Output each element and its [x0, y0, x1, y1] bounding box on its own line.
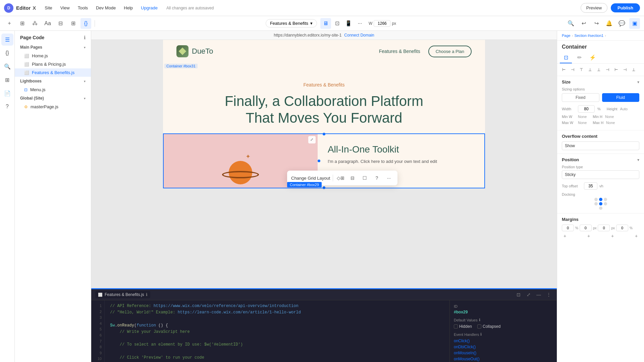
media-icon[interactable]: 📄 [1, 87, 13, 99]
align-right-icon[interactable]: ⊤ [577, 66, 585, 74]
file-master[interactable]: ⚙ masterPage.js [15, 103, 91, 111]
more-device-btn[interactable]: ··· [355, 18, 365, 29]
onmousein-handler[interactable]: onMouseIn() [454, 351, 553, 355]
position-type-select[interactable]: Sticky Fixed Relative [562, 170, 639, 179]
align-left-icon[interactable]: ⊢ [560, 66, 568, 74]
fixed-btn[interactable]: Fixed [562, 93, 599, 102]
table-icon[interactable]: ⊞ [68, 18, 78, 29]
tab-lightning[interactable]: ⚡ [587, 52, 599, 63]
redo-icon[interactable]: ↪ [591, 18, 602, 29]
layers-icon[interactable]: ⊞ [17, 18, 28, 29]
code-external-icon[interactable]: ⤢ [525, 291, 533, 299]
comment-icon[interactable]: 💬 [616, 18, 627, 29]
nav-devmode[interactable]: Dev Mode [93, 4, 119, 12]
border-handle-bottom[interactable] [323, 186, 325, 189]
size-arrow[interactable]: ▾ [637, 80, 639, 84]
onmouseout-handler[interactable]: onMouseOut() [454, 357, 553, 361]
nav-upgrade[interactable]: Upgrade [138, 4, 161, 12]
pages-icon[interactable]: ☰ [1, 34, 13, 46]
components-icon[interactable]: ⊟ [55, 18, 66, 29]
onclick-handler[interactable]: onClick() [454, 339, 553, 343]
dock-dot-3[interactable] [604, 198, 607, 201]
desktop-device-btn[interactable]: 🖥 [320, 18, 331, 29]
velo-icon[interactable]: ▣ [629, 18, 640, 29]
nav-help[interactable]: Help [120, 4, 136, 12]
code-file-tab[interactable]: ⬜ Features & Benefits.js ℹ [95, 291, 150, 298]
dock-dot-4[interactable] [594, 202, 598, 205]
margin-plus-2[interactable]: + [586, 233, 592, 239]
code-info-icon[interactable]: ℹ [146, 292, 148, 297]
margin-plus-4[interactable]: + [633, 233, 639, 239]
breadcrumb-section[interactable]: Section #section1 [574, 34, 603, 38]
align-center-h-icon[interactable]: ⊣ [569, 66, 577, 74]
code-more-icon[interactable]: ⋮ [545, 291, 553, 299]
mobile-device-btn[interactable]: 📱 [343, 18, 354, 29]
file-menu[interactable]: ⊡ Menu.js [15, 85, 91, 94]
margin-right-input[interactable] [580, 225, 592, 231]
margin-plus-1[interactable]: + [562, 233, 568, 239]
user-avatar[interactable]: D [4, 3, 13, 13]
grid-icon-2[interactable]: ⊟ [348, 173, 357, 183]
tools-side-icon[interactable]: ⊞ [1, 74, 13, 86]
page-selector[interactable]: Features & Benefits ▾ [266, 19, 317, 27]
code-icon[interactable]: {} [80, 18, 91, 29]
margin-plus-3[interactable]: + [609, 233, 615, 239]
more-align-icon[interactable]: ⊥ [630, 66, 638, 74]
file-plans[interactable]: ⬜ Plans & Pricing.js [15, 60, 91, 68]
resize-handle[interactable] [318, 160, 320, 162]
connect-domain-link[interactable]: Connect Domain [344, 33, 374, 38]
code-minimize-icon[interactable]: — [535, 291, 543, 299]
file-home[interactable]: ⬜ Home.js [15, 52, 91, 60]
align-bottom-icon[interactable]: ⊣ [603, 66, 611, 74]
undo-icon[interactable]: ↩ [578, 18, 589, 29]
code-editor[interactable]: // API Reference: https://www.wix.com/ve… [105, 300, 449, 362]
content-para[interactable]: I'm a paragraph. Click here to add your … [328, 159, 474, 164]
dock-dot-7[interactable] [599, 206, 602, 210]
ondblclick-handler[interactable]: onDblClick() [454, 345, 553, 349]
distribute-v-icon[interactable]: ⊣ [621, 66, 629, 74]
position-arrow[interactable]: ▾ [637, 158, 639, 162]
publish-button[interactable]: Publish [611, 3, 640, 12]
grid-icon-1[interactable]: ◇⊞ [336, 173, 345, 183]
nav-site[interactable]: Site [41, 4, 55, 12]
margin-bottom-input[interactable] [598, 225, 610, 231]
tab-layout[interactable]: ⊡ [560, 52, 572, 63]
lightboxes-section[interactable]: Lightboxes ▾ [15, 77, 91, 85]
apps-icon[interactable]: ⁂ [30, 18, 40, 29]
grid-icon-more[interactable]: ··· [384, 173, 393, 183]
width-field[interactable] [374, 20, 390, 27]
distribute-h-icon[interactable]: ⊢ [612, 66, 620, 74]
tablet-device-btn[interactable]: ⊡ [332, 18, 342, 29]
dock-dot-6[interactable] [604, 202, 607, 205]
top-offset-input[interactable] [584, 182, 597, 190]
add-icon[interactable]: ＋ [4, 18, 15, 29]
dock-dot-1[interactable] [594, 198, 598, 201]
grid-icon-4[interactable]: ? [372, 173, 381, 183]
border-handle-top[interactable] [323, 133, 325, 135]
overflow-select[interactable]: Show Hidden Scroll [562, 141, 639, 150]
panel-info-icon[interactable]: ℹ [84, 35, 86, 40]
site-cta-button[interactable]: Choose a Plan [428, 46, 472, 57]
align-middle-icon[interactable]: ⊥ [595, 66, 603, 74]
text-icon[interactable]: Aa [42, 18, 53, 29]
fluid-btn[interactable]: Fluid [602, 93, 640, 102]
dv-info-icon[interactable]: ℹ [479, 318, 480, 322]
search-icon[interactable]: 🔍 [566, 18, 576, 29]
align-top-icon[interactable]: ⊥ [586, 66, 594, 74]
global-section[interactable]: Global (Site) ▾ [15, 94, 91, 103]
bell-icon[interactable]: 🔔 [604, 18, 614, 29]
search-side-icon[interactable]: 🔍 [1, 60, 13, 72]
dock-dot-2[interactable] [599, 198, 602, 201]
breadcrumb-page[interactable]: Page [562, 34, 571, 38]
width-input[interactable] [578, 105, 595, 113]
hidden-checkbox[interactable]: Hidden [454, 324, 472, 329]
nav-tools[interactable]: Tools [74, 4, 91, 12]
code-side-icon[interactable]: {} [1, 47, 13, 59]
margin-top-input[interactable] [562, 225, 574, 231]
nav-view[interactable]: View [57, 4, 73, 12]
question-icon[interactable]: ? [1, 101, 13, 113]
preview-button[interactable]: Preview [581, 3, 607, 13]
grid-icon-3[interactable]: ☐ [360, 173, 369, 183]
margin-left-input[interactable] [616, 225, 628, 231]
main-pages-section[interactable]: Main Pages ▾ [15, 43, 91, 52]
